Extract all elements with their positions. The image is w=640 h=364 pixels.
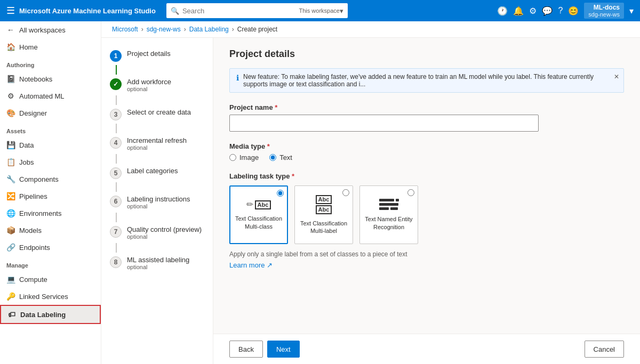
jobs-label: Jobs [19,158,34,166]
user-name: ML-docs [588,4,620,11]
cancel-button[interactable]: Cancel [585,341,624,358]
feedback-icon[interactable]: 💬 [542,6,553,16]
sidebar-item-home[interactable]: 🏠 Home [0,38,101,55]
help-icon[interactable]: ? [558,6,563,15]
components-label: Components [19,175,59,183]
step-7-circle: 7 [110,226,122,238]
step-4[interactable]: 4 Incremental refresh optional [101,133,213,154]
all-workspaces-label: All workspaces [19,26,66,34]
sidebar-item-jobs[interactable]: 📋 Jobs [0,153,101,171]
history-icon[interactable]: 🕐 [497,6,508,16]
sidebar-item-compute[interactable]: 💻 Compute [0,271,101,288]
step-6-info: Labeling instructions optional [127,195,190,209]
media-type-image[interactable]: Image [229,153,259,161]
data-label: Data [19,141,34,149]
sidebar-item-data[interactable]: 💾 Data [0,136,101,153]
breadcrumb-data-labeling[interactable]: Data Labeling [189,26,229,33]
step-2-label: Add workforce [127,78,171,86]
two-panel: 1 Project details ✓ Add workforce option… [101,38,640,364]
breadcrumb-sep1: › [141,26,143,33]
sidebar-item-environments[interactable]: 🌐 Environments [0,205,101,222]
step-8[interactable]: 8 ML assisted labeling optional [101,253,213,273]
sidebar-item-endpoints[interactable]: 🔗 Endpoints [0,239,101,256]
sidebar-item-notebooks[interactable]: 📓 Notebooks [0,70,101,87]
text-radio[interactable] [269,154,276,161]
step-2-info: Add workforce optional [127,78,171,92]
multiclass-icon: ✏ Abc [246,199,271,209]
required-mark: * [275,103,277,111]
steps-panel: 1 Project details ✓ Add workforce option… [101,38,213,364]
step-1[interactable]: 1 Project details [101,46,213,65]
hamburger-icon[interactable]: ☰ [6,5,15,17]
step-6[interactable]: 6 Labeling instructions optional [101,192,213,213]
next-button[interactable]: Next [267,341,300,358]
face-icon[interactable]: 😊 [568,6,579,16]
task-card-multiclass[interactable]: ✏ Abc Text Classification Multi-class [229,185,288,244]
sidebar-item-linked-services[interactable]: 🔑 Linked Services [0,288,101,305]
sidebar-item-models[interactable]: 📦 Models [0,222,101,239]
authoring-section: Authoring [0,55,101,70]
multilabel-radio[interactable] [342,189,349,196]
automated-ml-icon: ⚙ [6,92,15,100]
sidebar-item-all-workspaces[interactable]: ← All workspaces [0,21,101,38]
media-type-text[interactable]: Text [269,153,292,161]
step-3-info: Select or create data [127,108,191,116]
learn-more-link[interactable]: Learn more ↗ [229,261,273,269]
breadcrumb-microsoft[interactable]: Microsoft [112,26,138,33]
step-3[interactable]: 3 Select or create data [101,105,213,124]
back-button[interactable]: Back [229,341,263,358]
sidebar-item-pipelines[interactable]: 🔀 Pipelines [0,188,101,205]
search-box[interactable]: 🔍 This workspace ▾ [166,3,348,18]
step-7-info: Quality control (preview) optional [127,225,202,240]
sidebar-item-data-labeling[interactable]: 🏷 Data Labeling [0,305,101,324]
ner-radio[interactable] [407,189,414,196]
expand-icon[interactable]: ▾ [629,6,634,16]
step-6-sub: optional [127,203,190,209]
connector-5 [116,182,117,192]
endpoints-icon: 🔗 [6,243,15,252]
step-8-circle: 8 [110,256,122,268]
content-area: Microsoft › sdg-new-ws › Data Labeling ›… [101,21,640,364]
step-2-sub: optional [127,86,171,92]
pipelines-icon: 🔀 [6,192,15,200]
step-2[interactable]: ✓ Add workforce optional [101,75,213,95]
sidebar: ← All workspaces 🏠 Home Authoring 📓 Note… [0,21,101,364]
step-5[interactable]: 5 Label categories [101,164,213,182]
notifications-icon[interactable]: 🔔 [513,6,524,16]
linked-services-label: Linked Services [19,293,68,301]
breadcrumb-workspace[interactable]: sdg-new-ws [147,26,181,33]
user-badge[interactable]: ML-docs sdg-new-ws [584,3,624,19]
info-banner: ℹ New feature: To make labeling faster, … [229,68,624,93]
sidebar-item-components[interactable]: 🔧 Components [0,171,101,188]
banner-close-button[interactable]: ✕ [614,73,619,80]
multiclass-radio[interactable] [277,190,284,197]
home-label: Home [19,43,38,51]
components-icon: 🔧 [6,175,15,183]
multiclass-label: Text Classification Multi-class [235,215,283,230]
settings-icon[interactable]: ⚙ [529,6,537,16]
environments-label: Environments [19,209,61,217]
project-name-label: Project name * [229,103,624,111]
step-8-label: ML assisted labeling [127,256,189,264]
data-icon: 💾 [6,141,15,149]
app-title: Microsoft Azure Machine Learning Studio [19,7,156,15]
nav-icons: 🕐 🔔 ⚙ 💬 ? 😊 ML-docs sdg-new-ws ▾ [497,3,634,19]
step-7-label: Quality control (preview) [127,225,202,233]
designer-label: Designer [19,109,47,117]
project-name-input[interactable] [229,115,539,132]
sidebar-item-designer[interactable]: 🎨 Designer [0,104,101,122]
image-label: Image [239,153,259,161]
step-6-circle: 6 [110,196,122,207]
models-label: Models [19,227,42,234]
image-radio[interactable] [229,154,236,161]
search-input[interactable] [182,7,299,15]
breadcrumb-sep3: › [232,26,234,33]
data-labeling-label: Data Labeling [20,311,66,319]
breadcrumb: Microsoft › sdg-new-ws › Data Labeling ›… [101,21,640,38]
task-card-multilabel[interactable]: Abc Abc Text Classification Multi-label [294,185,353,244]
required-mark2: * [267,142,270,150]
sidebar-item-automated-ml[interactable]: ⚙ Automated ML [0,87,101,104]
step-7[interactable]: 7 Quality control (preview) optional [101,222,213,243]
task-card-ner[interactable]: Text Named Entity Recognition [359,185,418,244]
pipelines-label: Pipelines [19,192,47,200]
